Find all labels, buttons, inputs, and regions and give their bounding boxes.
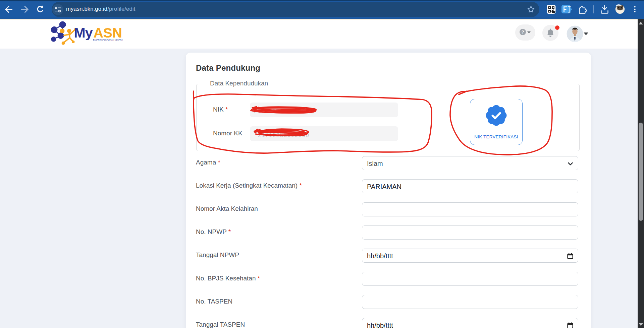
svg-text:BADAN KEPEGAWAIAN NEGARA: BADAN KEPEGAWAIAN NEGARA xyxy=(93,39,123,41)
svg-text:?: ? xyxy=(522,29,524,35)
svg-text:ASN: ASN xyxy=(94,25,122,41)
svg-text:My: My xyxy=(74,25,93,41)
